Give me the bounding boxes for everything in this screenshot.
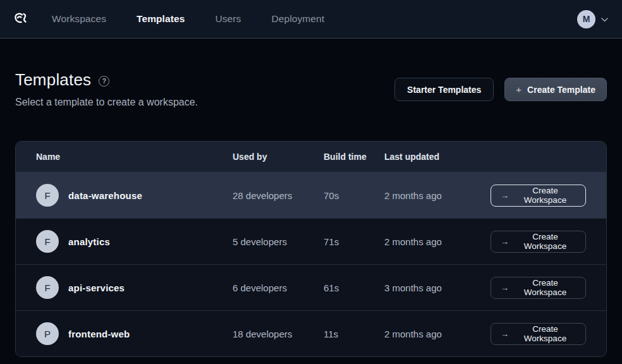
used-by-cell: 5 developers xyxy=(233,236,324,247)
page-header: Templates ? Select a template to create … xyxy=(15,70,607,108)
table-row[interactable]: P frontend-web 18 developers 11s 2 month… xyxy=(16,310,606,356)
nav-item-deployment[interactable]: Deployment xyxy=(271,13,324,25)
column-header-build-time: Build time xyxy=(324,152,384,162)
arrow-right-icon: → xyxy=(501,329,509,339)
template-name: analytics xyxy=(68,236,110,247)
template-name-cell: F analytics xyxy=(36,230,233,253)
template-avatar: F xyxy=(36,184,59,207)
build-time-cell: 70s xyxy=(324,190,384,201)
page-title: Templates xyxy=(15,70,91,90)
template-name-cell: P frontend-web xyxy=(36,322,233,345)
nav-links: Workspaces Templates Users Deployment xyxy=(52,13,324,25)
starter-templates-button[interactable]: Starter Templates xyxy=(394,78,494,101)
main-content: Templates ? Select a template to create … xyxy=(0,70,622,357)
arrow-right-icon: → xyxy=(501,237,509,246)
used-by-cell: 28 developers xyxy=(233,190,324,201)
coder-logo-icon[interactable] xyxy=(10,9,29,28)
last-updated-cell: 2 months ago xyxy=(384,190,491,201)
table-row[interactable]: F api-services 6 developers 61s 3 months… xyxy=(16,264,606,310)
header-actions: Starter Templates + Create Template xyxy=(394,78,607,101)
template-name: data-warehouse xyxy=(68,190,142,201)
templates-table: Name Used by Build time Last updated F d… xyxy=(15,141,607,357)
build-time-cell: 11s xyxy=(324,329,384,339)
create-workspace-button[interactable]: → Create Workspace xyxy=(491,277,586,299)
column-header-used-by: Used by xyxy=(233,152,324,162)
nav-item-users[interactable]: Users xyxy=(215,13,241,25)
template-avatar: F xyxy=(36,276,59,299)
template-name: frontend-web xyxy=(68,329,130,339)
chevron-down-icon xyxy=(601,13,608,25)
create-workspace-button[interactable]: → Create Workspace xyxy=(491,231,586,253)
table-row[interactable]: F analytics 5 developers 71s 2 months ag… xyxy=(16,218,606,264)
nav-item-templates[interactable]: Templates xyxy=(137,13,185,25)
arrow-right-icon: → xyxy=(501,191,509,200)
arrow-right-icon: → xyxy=(501,283,509,293)
nav-item-workspaces[interactable]: Workspaces xyxy=(52,13,106,25)
top-navigation: Workspaces Templates Users Deployment M xyxy=(0,0,622,39)
title-block: Templates ? Select a template to create … xyxy=(15,70,198,108)
column-header-last-updated: Last updated xyxy=(384,152,491,162)
user-menu[interactable]: M xyxy=(577,10,608,28)
plus-icon: + xyxy=(516,84,521,95)
page-subtitle: Select a template to create a workspace. xyxy=(15,97,198,108)
create-workspace-button[interactable]: → Create Workspace xyxy=(491,185,586,207)
create-workspace-button[interactable]: → Create Workspace xyxy=(491,323,586,345)
template-name-cell: F data-warehouse xyxy=(36,184,233,207)
template-name: api-services xyxy=(68,282,125,293)
table-row[interactable]: F data-warehouse 28 developers 70s 2 mon… xyxy=(16,172,606,218)
build-time-cell: 61s xyxy=(324,282,384,293)
template-avatar: P xyxy=(36,322,59,345)
create-workspace-label: Create Workspace xyxy=(515,232,576,251)
user-avatar[interactable]: M xyxy=(577,10,595,28)
template-avatar: F xyxy=(36,230,59,253)
create-workspace-label: Create Workspace xyxy=(515,186,576,205)
used-by-cell: 18 developers xyxy=(233,329,324,339)
create-workspace-label: Create Workspace xyxy=(515,324,576,343)
help-icon[interactable]: ? xyxy=(99,76,109,87)
table-header: Name Used by Build time Last updated xyxy=(16,142,606,172)
used-by-cell: 6 developers xyxy=(233,282,324,293)
column-header-name: Name xyxy=(36,152,233,162)
template-name-cell: F api-services xyxy=(36,276,233,299)
create-template-button[interactable]: + Create Template xyxy=(504,78,607,101)
table-body: F data-warehouse 28 developers 70s 2 mon… xyxy=(16,172,606,356)
last-updated-cell: 2 months ago xyxy=(384,329,491,339)
build-time-cell: 71s xyxy=(324,236,384,247)
last-updated-cell: 3 months ago xyxy=(384,282,491,293)
last-updated-cell: 2 months ago xyxy=(384,236,491,247)
create-workspace-label: Create Workspace xyxy=(515,278,576,297)
create-template-label: Create Template xyxy=(527,85,595,95)
